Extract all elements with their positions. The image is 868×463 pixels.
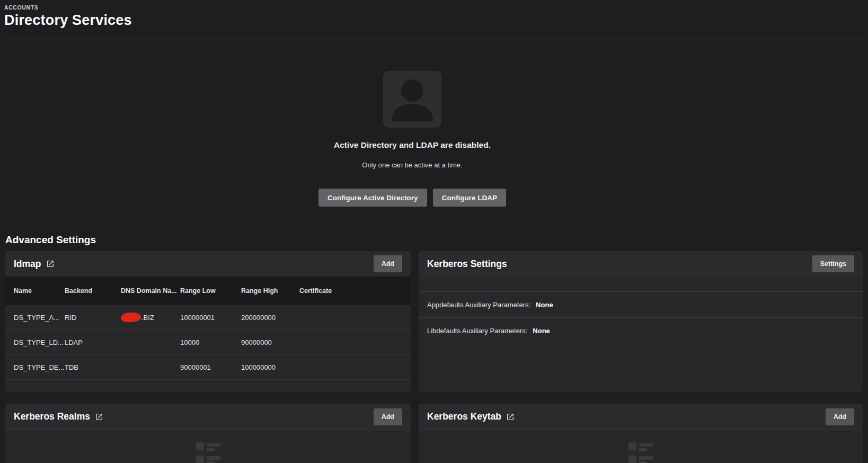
idmap-add-button[interactable]: Add <box>374 255 402 272</box>
empty-list-icon <box>196 442 220 463</box>
cell-range-high: 90000000 <box>241 339 299 346</box>
cell-name: DS_TYPE_A... <box>14 314 65 322</box>
kerberos-realms-empty-body <box>5 430 411 463</box>
kerberos-keytab-card-title: Kerberos Keytab <box>427 411 501 422</box>
kerberos-setting-item: Libdefaults Auxiliary Parameters: None <box>419 317 863 343</box>
cell-range-high: 200000000 <box>241 314 299 322</box>
advanced-settings-heading: Advanced Settings <box>5 234 868 246</box>
breadcrumb[interactable]: ACCOUNTS <box>4 4 864 11</box>
kerberos-setting-item: Appdefaults Auxiliary Parameters: None <box>419 291 863 317</box>
setting-value: None <box>536 301 553 309</box>
directory-services-empty-state: Active Directory and LDAP are disabled. … <box>0 71 825 207</box>
column-header-certificate: Certificate <box>299 287 402 295</box>
idmap-card-title: Idmap <box>14 259 41 270</box>
setting-label: Libdefaults Auxiliary Parameters: <box>427 327 527 335</box>
column-header-name: Name <box>14 287 65 295</box>
configure-active-directory-button[interactable]: Configure Active Directory <box>318 189 427 207</box>
column-header-range-low: Range Low <box>180 287 241 295</box>
person-icon <box>383 71 441 128</box>
person-icon-shoulders <box>392 104 433 121</box>
cell-range-high: 100000000 <box>241 363 299 371</box>
open-in-new-icon[interactable] <box>46 260 55 268</box>
cell-range-low: 10000 <box>180 339 241 346</box>
cell-backend: LDAP <box>65 339 121 346</box>
kerberos-realms-card-title: Kerberos Realms <box>14 411 90 422</box>
idmap-table-header: Name Backend DNS Domain Na... Range Low … <box>5 277 411 305</box>
kerberos-realms-card: Kerberos Realms Add <box>5 404 411 463</box>
kerberos-settings-card-header: Kerberos Settings Settings <box>419 251 863 277</box>
page-header: ACCOUNTS Directory Services <box>0 0 868 29</box>
column-header-dns-domain-name: DNS Domain Na... <box>121 287 180 295</box>
page-title: Directory Services <box>4 12 864 29</box>
column-header-range-high: Range High <box>241 287 299 295</box>
open-in-new-icon[interactable] <box>95 413 103 421</box>
cell-range-low: 100000001 <box>180 314 241 322</box>
kerberos-settings-card-title: Kerberos Settings <box>427 259 507 270</box>
header-divider <box>3 39 865 39</box>
kerberos-realms-add-button[interactable]: Add <box>374 408 402 425</box>
kerberos-realms-card-header: Kerberos Realms Add <box>5 404 411 430</box>
idmap-table-body: DS_TYPE_A...RID.BIZ100000001200000000DS_… <box>5 305 411 387</box>
table-row[interactable]: DS_TYPE_A...RID.BIZ100000001200000000 <box>5 305 411 330</box>
empty-state-message: Active Directory and LDAP are disabled. <box>334 140 491 150</box>
setting-label: Appdefaults Auxiliary Parameters: <box>427 301 530 309</box>
cell-range-low: 90000001 <box>180 363 241 371</box>
hero-buttons: Configure Active Directory Configure LDA… <box>318 189 506 207</box>
kerberos-settings-body: Appdefaults Auxiliary Parameters: None L… <box>419 291 863 343</box>
cell-dns: .BIZ <box>121 313 180 322</box>
cell-name: DS_TYPE_DE... <box>14 363 65 371</box>
table-row[interactable]: DS_TYPE_LD...LDAP1000090000000 <box>5 330 411 355</box>
kerberos-keytab-card-header: Kerberos Keytab Add <box>419 404 863 430</box>
kerberos-keytab-empty-body <box>419 430 863 463</box>
idmap-card-header: Idmap Add <box>5 251 411 277</box>
kerberos-settings-card: Kerberos Settings Settings Appdefaults A… <box>419 251 863 392</box>
setting-value: None <box>533 327 550 335</box>
idmap-card: Idmap Add Name Backend DNS Domain Na... … <box>5 251 411 392</box>
kerberos-keytab-add-button[interactable]: Add <box>826 408 854 425</box>
column-header-backend: Backend <box>65 287 121 295</box>
person-icon-head <box>401 79 423 102</box>
redaction-blob <box>121 313 141 322</box>
empty-state-submessage: Only one can be active at a time. <box>362 161 462 169</box>
advanced-settings-grid: Idmap Add Name Backend DNS Domain Na... … <box>5 251 863 463</box>
empty-list-icon <box>628 442 653 463</box>
table-row[interactable]: DS_TYPE_DE...TDB90000001100000000 <box>5 355 411 380</box>
kerberos-settings-button[interactable]: Settings <box>812 255 854 272</box>
configure-ldap-button[interactable]: Configure LDAP <box>433 189 506 207</box>
kerberos-keytab-card: Kerberos Keytab Add <box>419 404 863 463</box>
cell-backend: RID <box>65 314 121 322</box>
cell-backend: TDB <box>65 363 121 371</box>
cell-name: DS_TYPE_LD... <box>14 339 65 346</box>
open-in-new-icon[interactable] <box>506 413 515 421</box>
